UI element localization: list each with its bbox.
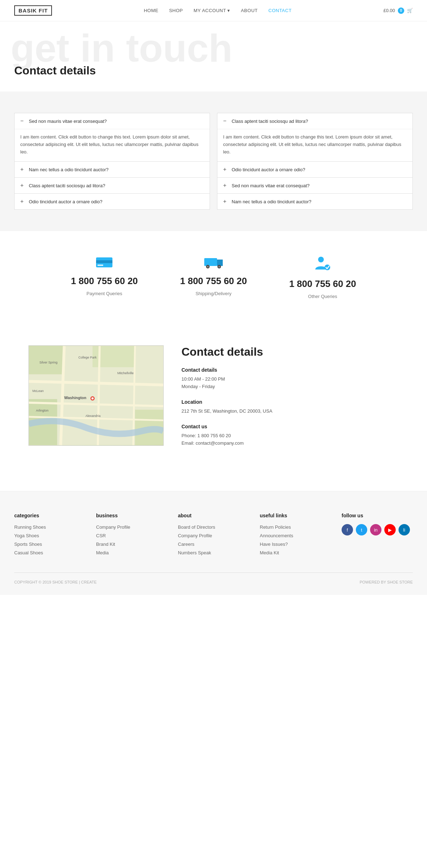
faq-body: I am item content. Click edit button to …: [217, 129, 412, 161]
hours-group-title: Contact details: [181, 367, 399, 373]
list-item: Media Kit: [260, 550, 331, 555]
hero-section: get in touch Contact details: [0, 21, 427, 91]
faq-item: + Nam nec tellus a odio tincidunt auctor…: [14, 161, 210, 178]
faq-header[interactable]: + Class aptent taciti sociosqu ad litora…: [15, 178, 210, 193]
cart-area[interactable]: £0.00 0 🛒: [383, 7, 413, 14]
svg-text:Alexandria: Alexandria: [85, 414, 100, 418]
footer-useful-links-title: useful links: [260, 513, 331, 518]
footer-link[interactable]: Have Issues?: [260, 542, 288, 547]
truck-icon: [204, 256, 223, 270]
footer-link[interactable]: Sports Shoes: [14, 542, 42, 547]
twitter-icon[interactable]: t: [356, 524, 367, 535]
email-address: contact@company.com: [196, 440, 244, 446]
nav-home[interactable]: HOME: [144, 8, 158, 13]
faq-header[interactable]: − Sed non mauris vitae erat consequat?: [15, 113, 210, 129]
phone-number: 1 800 755 60 20: [197, 433, 231, 438]
faq-question: Sed non mauris vitae erat consequat?: [232, 183, 310, 188]
svg-marker-4: [217, 260, 223, 266]
footer-categories-list: Running Shoes Yoga Shoes Sports Shoes Ca…: [14, 524, 85, 555]
facebook-icon[interactable]: f: [342, 524, 353, 535]
faq-header[interactable]: + Nam nec tellus a odio tincidunt auctor…: [15, 162, 210, 177]
footer-useful-links: useful links Return Policies Announcemen…: [260, 513, 331, 558]
contact-us-title: Contact us: [181, 424, 399, 429]
footer-link[interactable]: CSR: [96, 533, 106, 538]
footer-link[interactable]: Company Profile: [96, 524, 130, 530]
cart-icon: 🛒: [407, 8, 413, 13]
faq-question: Odio tincidunt auctor a ornare odio?: [29, 199, 102, 204]
faq-question: Nam nec tellus a odio tincidunt auctor?: [232, 199, 311, 204]
footer-link[interactable]: Announcements: [260, 533, 293, 538]
svg-rect-1: [96, 260, 112, 263]
footer-useful-links-list: Return Policies Announcements Have Issue…: [260, 524, 331, 555]
credit-link[interactable]: CREATE: [81, 580, 97, 584]
other-contact-box: 1 800 755 60 20 Other Queries: [272, 256, 374, 299]
faq-minus-icon: −: [223, 118, 228, 124]
footer-link[interactable]: Return Policies: [260, 524, 291, 530]
instagram-icon[interactable]: in: [370, 524, 381, 535]
copyright-text: COPYRIGHT © 2019 SHOE STORE | CREATE: [14, 580, 97, 584]
list-item: Media: [96, 550, 167, 555]
svg-text:Arlington: Arlington: [36, 409, 48, 412]
nav-shop[interactable]: SHOP: [169, 8, 183, 13]
payment-label: Payment Queries: [86, 291, 122, 296]
map-details-inner: Silver Spring College Park McLean Washin…: [14, 331, 413, 470]
footer-link[interactable]: Brand Kit: [96, 542, 115, 547]
faq-plus-icon: +: [20, 167, 25, 172]
faq-header[interactable]: − Class aptent taciti sociosqu ad litora…: [217, 113, 412, 129]
footer-follow-us-title: follow us: [342, 513, 413, 518]
list-item: Return Policies: [260, 524, 331, 530]
nav-contact[interactable]: CONTACT: [268, 8, 291, 13]
other-label: Other Queries: [308, 294, 337, 299]
faq-header[interactable]: + Odio tincidunt auctor a ornare odio?: [217, 162, 412, 177]
site-logo[interactable]: BASIK FIT: [14, 5, 52, 16]
map-svg: Silver Spring College Park McLean Washin…: [29, 346, 163, 445]
footer-link[interactable]: Company Profile: [178, 533, 212, 538]
footer-link[interactable]: Careers: [178, 542, 194, 547]
faq-question: Odio tincidunt auctor a ornare odio?: [232, 167, 305, 172]
footer-link[interactable]: Media Kit: [260, 550, 279, 555]
faq-grid: − Sed non mauris vitae erat consequat? I…: [14, 113, 413, 210]
footer-link[interactable]: Board of Directors: [178, 524, 215, 530]
days-text: Monday - Friday: [181, 383, 399, 391]
faq-question: Class aptent taciti sociosqu ad litora?: [29, 183, 105, 188]
faq-plus-icon: +: [223, 167, 228, 172]
youtube-icon[interactable]: ▶: [384, 524, 396, 535]
faq-item: + Odio tincidunt auctor a ornare odio?: [217, 161, 413, 178]
other-number: 1 800 755 60 20: [289, 278, 356, 289]
nav-my-account[interactable]: MY ACCOUNT ▾: [194, 8, 230, 13]
map-container[interactable]: Silver Spring College Park McLean Washin…: [28, 345, 164, 446]
hero-title: Contact details: [14, 64, 413, 77]
footer-link[interactable]: Yoga Shoes: [14, 533, 39, 538]
faq-section: − Sed non mauris vitae erat consequat? I…: [0, 91, 427, 231]
chevron-down-icon: ▾: [227, 8, 230, 13]
main-nav: HOME SHOP MY ACCOUNT ▾ ABOUT CONTACT: [144, 8, 291, 13]
contact-numbers-grid: 1 800 755 60 20 Payment Queries 1 800 75…: [53, 256, 374, 299]
faq-plus-icon: +: [223, 183, 228, 188]
linkedin-icon[interactable]: li: [399, 524, 410, 535]
faq-header[interactable]: + Sed non mauris vitae erat consequat?: [217, 178, 412, 193]
footer-link[interactable]: Media: [96, 550, 109, 555]
location-title: Location: [181, 399, 399, 405]
cart-price: £0.00: [383, 8, 395, 13]
faq-header[interactable]: + Odio tincidunt auctor a ornare odio?: [15, 194, 210, 209]
svg-text:Washington: Washington: [64, 396, 86, 400]
list-item: Company Profile: [178, 533, 249, 538]
footer-categories-title: categories: [14, 513, 85, 518]
list-item: Sports Shoes: [14, 541, 85, 547]
site-header: BASIK FIT HOME SHOP MY ACCOUNT ▾ ABOUT C…: [0, 0, 427, 21]
svg-point-30: [91, 397, 94, 399]
footer-link[interactable]: Casual Shoes: [14, 550, 43, 555]
svg-point-6: [207, 266, 209, 268]
list-item: Board of Directors: [178, 524, 249, 530]
shipping-contact-box: 1 800 755 60 20 Shipping/Delivery: [163, 256, 265, 299]
list-item: Casual Shoes: [14, 550, 85, 555]
nav-about[interactable]: ABOUT: [241, 8, 258, 13]
faq-header[interactable]: + Nam nec tellus a odio tincidunt auctor…: [217, 194, 412, 209]
footer-link[interactable]: Running Shoes: [14, 524, 46, 530]
list-item: Brand Kit: [96, 541, 167, 547]
faq-plus-icon: +: [223, 199, 228, 204]
footer-link[interactable]: Numbers Speak: [178, 550, 211, 555]
faq-body: I am item content. Click edit button to …: [15, 129, 210, 161]
hours-group: Contact details 10:00 AM - 22:00 PM Mond…: [181, 367, 399, 391]
faq-question: Nam nec tellus a odio tincidunt auctor?: [29, 167, 109, 172]
